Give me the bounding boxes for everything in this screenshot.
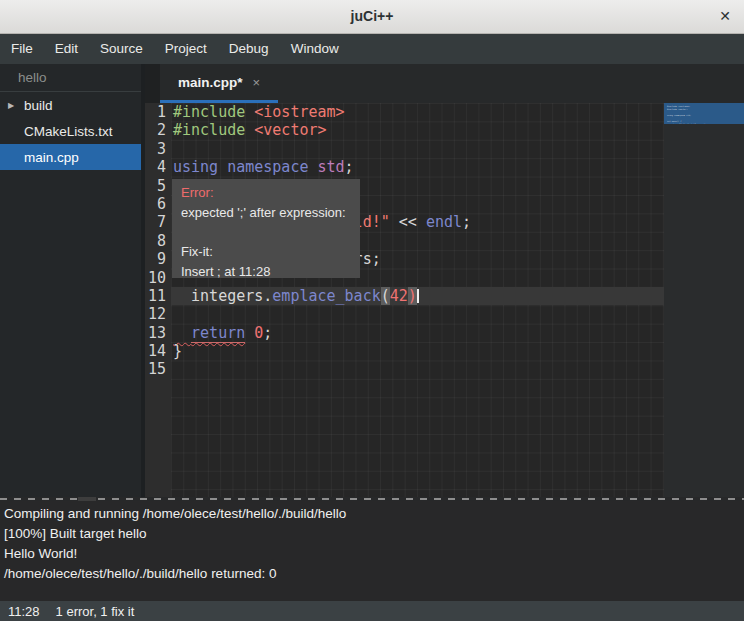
output-line: [100%] Built target hello	[4, 524, 740, 544]
main-paned: hello ▶buildCMakeLists.txtmain.cpp main.…	[0, 64, 744, 497]
tab-label: main.cpp*	[178, 75, 243, 90]
diagnostics-status: 1 error, 1 fix it	[56, 604, 135, 619]
line-number: 6	[145, 195, 171, 213]
code-line[interactable]: using namespace std;	[171, 158, 664, 176]
tab-close-icon[interactable]: ×	[252, 75, 260, 90]
line-number: 11	[145, 287, 171, 305]
menu-window[interactable]: Window	[280, 34, 350, 64]
tree-item-build[interactable]: ▶build	[0, 92, 141, 118]
expander-icon[interactable]: ▶	[8, 101, 24, 110]
code-view[interactable]: #include <iostream>#include <vector>usin…	[171, 103, 664, 497]
tooltip-error-message: expected ';' after expression:	[181, 204, 351, 221]
tab-main-cpp[interactable]: main.cpp* ×	[160, 64, 278, 100]
cursor-position: 11:28	[8, 604, 40, 619]
output-line: Hello World!	[4, 544, 740, 564]
pane-divider-handle[interactable]	[78, 497, 96, 501]
line-number: 12	[145, 305, 171, 323]
line-number: 15	[145, 360, 171, 378]
project-name: hello	[0, 64, 141, 92]
menu-source[interactable]: Source	[89, 34, 154, 64]
minimap[interactable]: #include <iostream>#include <vector> usi…	[664, 103, 744, 497]
line-number: 3	[145, 140, 171, 158]
minimap-viewport[interactable]: #include <iostream>#include <vector> usi…	[664, 103, 744, 124]
code-line[interactable]: }	[171, 342, 664, 360]
code-line[interactable]: #include <vector>	[171, 121, 664, 139]
tooltip-error-label: Error:	[181, 184, 351, 201]
code-line[interactable]: integers.emplace_back(42)	[171, 287, 664, 305]
tree-item-cmakelists-txt[interactable]: CMakeLists.txt	[0, 118, 141, 144]
editor-area: 123456789101112131415 #include <iostream…	[145, 103, 744, 497]
file-tree: ▶buildCMakeLists.txtmain.cpp	[0, 92, 141, 170]
code-line[interactable]	[171, 360, 664, 378]
sidebar: hello ▶buildCMakeLists.txtmain.cpp	[0, 64, 141, 497]
code-line[interactable]	[171, 140, 664, 158]
app-window: juCi++ ✕ FileEditSourceProjectDebugWindo…	[0, 0, 744, 621]
tree-item-label: main.cpp	[24, 150, 79, 165]
menu-debug[interactable]: Debug	[218, 34, 280, 64]
code-line[interactable]: return 0;	[171, 324, 664, 342]
tree-item-main-cpp[interactable]: main.cpp	[0, 144, 141, 170]
editor-notebook: main.cpp* × 123456789101112131415 #inclu…	[145, 64, 744, 497]
minimap-line: cout << "Hello World!" << endl;	[667, 123, 741, 124]
tooltip-fixit-label: Fix-it:	[181, 243, 351, 260]
tab-bar: main.cpp* ×	[145, 64, 744, 103]
diagnostic-tooltip: Error: expected ';' after expression: Fi…	[172, 179, 360, 278]
code-line[interactable]	[171, 305, 664, 323]
output-line: /home/olece/test/hello/./build/hello ret…	[4, 564, 740, 584]
line-number: 1	[145, 103, 171, 121]
line-number: 8	[145, 232, 171, 250]
close-icon[interactable]: ✕	[719, 0, 731, 33]
output-line: Compiling and running /home/olece/test/h…	[4, 504, 740, 524]
code-line[interactable]: #include <iostream>	[171, 103, 664, 121]
line-number: 9	[145, 250, 171, 268]
pane-divider-horizontal[interactable]	[0, 497, 744, 501]
line-number: 2	[145, 121, 171, 139]
menu-edit[interactable]: Edit	[44, 34, 89, 64]
line-number: 13	[145, 324, 171, 342]
text-cursor	[417, 289, 419, 303]
line-number: 4	[145, 158, 171, 176]
tab-bar-notch	[145, 64, 160, 103]
status-bar: 11:28 1 error, 1 fix it	[0, 601, 744, 621]
tree-item-label: CMakeLists.txt	[24, 124, 113, 139]
window-title: juCi++	[0, 0, 744, 33]
menubar: FileEditSourceProjectDebugWindow	[0, 34, 744, 64]
tree-item-label: build	[24, 98, 53, 113]
line-number-gutter: 123456789101112131415	[145, 103, 171, 497]
menu-project[interactable]: Project	[154, 34, 218, 64]
titlebar: juCi++ ✕	[0, 0, 744, 34]
tooltip-fixit-message: Insert ; at 11:28	[181, 263, 351, 278]
menu-file[interactable]: File	[0, 34, 44, 64]
line-number: 14	[145, 342, 171, 360]
line-number: 5	[145, 177, 171, 195]
line-number: 7	[145, 213, 171, 231]
line-number: 10	[145, 269, 171, 287]
build-output[interactable]: Compiling and running /home/olece/test/h…	[0, 501, 744, 601]
